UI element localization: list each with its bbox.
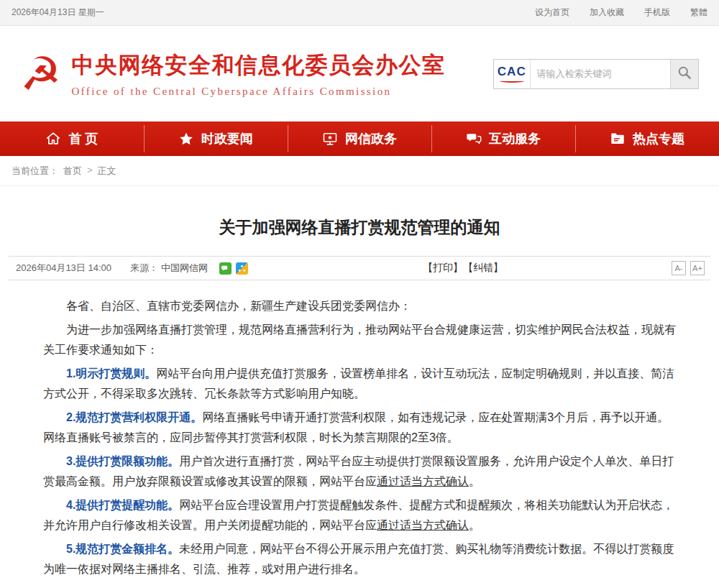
paragraph: 3.提供打赏限额功能。用户首次进行直播打赏，网站平台应主动提供打赏限额设置服务，… <box>43 451 676 492</box>
breadcrumb-items: 首页>正文 <box>63 165 116 178</box>
cac-logo: CAC <box>494 60 530 88</box>
search-icon <box>677 65 692 82</box>
breadcrumb: 当前位置： 首页>正文 <box>0 156 719 186</box>
main-nav: 首 页时政要闻网信政务互动服务热点专题 <box>0 121 719 156</box>
nav-item-label: 网信政务 <box>345 130 397 147</box>
article-meta-bar: 2026年04月13日 14:00 来源： 中国网信网 【打印】 【纠错】 A-… <box>9 256 710 280</box>
wechat-share-icon[interactable] <box>219 262 232 275</box>
article-body: 各省、自治区、直辖市党委网信办，新疆生产建设兵团党委网信办：为进一步加强网络直播… <box>43 296 676 579</box>
nav-item-home[interactable]: 首 页 <box>0 121 144 156</box>
topbar-link[interactable]: 繁體 <box>690 6 707 19</box>
paragraph: 各省、自治区、直辖市党委网信办，新疆生产建设兵团党委网信办： <box>43 296 676 316</box>
breadcrumb-item: 正文 <box>98 165 116 178</box>
paragraph-text: 。 <box>469 475 480 487</box>
search-button[interactable] <box>670 60 698 88</box>
paragraph-lead: 4.提供打赏提醒功能。 <box>66 499 179 511</box>
font-increase-button[interactable]: A+ <box>690 261 705 275</box>
paragraph: 4.提供打赏提醒功能。网站平台应合理设置用户打赏提醒触发条件、提醒方式和提醒频次… <box>43 495 676 536</box>
breadcrumb-label: 当前位置： <box>12 165 58 178</box>
nav-item-service[interactable]: 互动服务 <box>431 121 575 156</box>
site-header: ☭ 中央网络安全和信息化委员会办公室 Office of the Central… <box>0 26 719 121</box>
source-label: 来源： <box>130 262 158 275</box>
breadcrumb-item[interactable]: 首页 <box>63 165 82 178</box>
paragraph-text: 通过适当方式确认 <box>377 519 469 531</box>
paragraph-lead: 3.提供打赏限额功能。 <box>66 455 179 467</box>
search-input[interactable] <box>530 60 670 88</box>
nav-item-label: 首 页 <box>68 130 98 147</box>
paragraph-lead: 5.规范打赏金额排名。 <box>66 543 179 555</box>
site-title-block: 中央网络安全和信息化委员会办公室 Office of the Central C… <box>71 50 445 98</box>
monitor-icon <box>322 131 338 147</box>
search-box: CAC <box>493 59 699 89</box>
nav-item-news[interactable]: 时政要闻 <box>144 121 288 156</box>
topbar-links: 设为首页加入收藏手机版繁體 <box>535 6 707 19</box>
paragraph-text: 通过适当方式确认 <box>377 475 469 487</box>
paragraph-lead: 1.明示打赏规则。 <box>66 367 156 380</box>
paragraph-text: 。 <box>469 519 480 531</box>
home-icon <box>45 131 61 147</box>
paragraph: 1.明示打赏规则。网站平台向用户提供充值打赏服务，设置榜单排名，设计互动玩法，应… <box>43 364 676 404</box>
topbar-link[interactable]: 加入收藏 <box>590 6 624 19</box>
nav-item-label: 热点专题 <box>633 130 684 147</box>
article: 关于加强网络直播打赏规范管理的通知 2026年04月13日 14:00 来源： … <box>0 216 719 579</box>
breadcrumb-separator: > <box>87 165 93 178</box>
correct-button[interactable]: 【纠错】 <box>463 262 503 275</box>
article-datetime: 2026年04月13日 14:00 <box>16 262 111 275</box>
nav-item-label: 时政要闻 <box>201 130 253 147</box>
font-decrease-button[interactable]: A- <box>672 261 686 275</box>
paragraph-text: 各省、自治区、直辖市党委网信办，新疆生产建设兵团党委网信办： <box>66 300 411 312</box>
more-share-icon[interactable] <box>236 262 248 275</box>
print-correct-group: 【打印】 【纠错】 <box>423 262 503 275</box>
topbar-link[interactable]: 手机版 <box>644 6 670 19</box>
current-date: 2026年04月13日 星期一 <box>12 6 104 19</box>
paragraph-lead: 2.规范打赏营利权限开通。 <box>66 411 202 423</box>
share-icons <box>219 262 248 275</box>
nav-item-label: 互动服务 <box>489 130 541 147</box>
print-button[interactable]: 【打印】 <box>423 262 463 275</box>
top-utility-bar: 2026年04月13日 星期一 设为首页加入收藏手机版繁體 <box>0 0 719 26</box>
paragraph: 2.规范打赏营利权限开通。网络直播账号申请开通打赏营利权限，如有违规记录，应在处… <box>43 408 676 448</box>
paragraph: 为进一步加强网络直播打赏管理，规范网络直播营利行为，推动网站平台合规健康运营，切… <box>43 320 676 360</box>
nav-item-topics[interactable]: 热点专题 <box>575 121 719 156</box>
nav-item-gov[interactable]: 网信政务 <box>288 121 431 156</box>
paragraph-text: 为进一步加强网络直播打赏管理，规范网络直播营利行为，推动网站平台合规健康运营，切… <box>43 323 676 356</box>
folder-icon <box>610 131 626 147</box>
star-icon <box>178 131 194 147</box>
topbar-link[interactable]: 设为首页 <box>535 6 569 19</box>
chat-icon <box>466 131 482 147</box>
site-subtitle: Office of the Central Cyberspace Affairs… <box>71 86 445 98</box>
site-title: 中央网络安全和信息化委员会办公室 <box>71 50 445 81</box>
article-title: 关于加强网络直播打赏规范管理的通知 <box>43 216 676 239</box>
font-size-controls: A- A+ <box>672 261 705 275</box>
party-emblem-logo: ☭ <box>20 51 61 97</box>
paragraph: 5.规范打赏金额排名。未经用户同意，网站平台不得公开展示用户充值打赏、购买礼物等… <box>43 539 676 579</box>
source-name[interactable]: 中国网信网 <box>161 262 208 275</box>
